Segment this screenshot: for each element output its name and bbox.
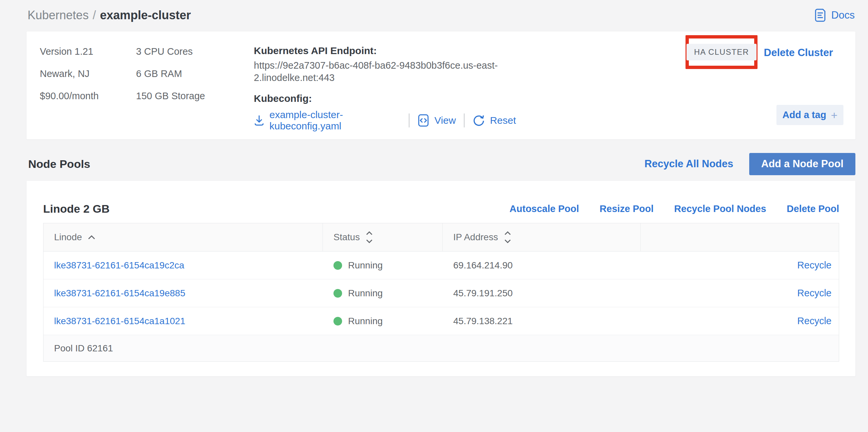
separator xyxy=(464,114,465,127)
node-pools-header-actions: Recycle All Nodes Add a Node Pool xyxy=(644,153,856,175)
kubeconfig-download-link[interactable]: example-cluster-kubeconfig.yaml xyxy=(254,109,401,132)
kubeconfig-reset-label: Reset xyxy=(490,115,516,126)
node-link[interactable]: lke38731-62161-6154ca19c2ca xyxy=(43,251,323,279)
cluster-price: $90.00/month xyxy=(40,91,98,101)
recycle-node-button[interactable]: Recycle xyxy=(797,260,832,271)
node-ip: 45.79.191.250 xyxy=(443,279,641,307)
node-status-cell: Running xyxy=(323,251,443,279)
table-row: lke38731-62161-6154ca1a1021 Running 45.7… xyxy=(43,307,839,335)
docs-link[interactable]: Docs xyxy=(814,8,855,22)
cluster-version: Version 1.21 xyxy=(40,47,98,56)
annotation-highlight-box: HA CLUSTER xyxy=(685,35,757,69)
status-label: Running xyxy=(348,316,382,327)
kubeconfig-filename: example-cluster-kubeconfig.yaml xyxy=(270,109,401,132)
reset-icon xyxy=(472,114,485,127)
kubeconfig-view-link[interactable]: View xyxy=(417,114,456,127)
download-icon xyxy=(254,115,265,126)
breadcrumb-separator: / xyxy=(93,8,96,22)
column-header-actions xyxy=(641,223,839,251)
node-action-cell: Recycle xyxy=(641,307,839,335)
status-label: Running xyxy=(348,288,382,299)
nodes-table: Linode Status xyxy=(43,223,839,362)
recycle-pool-nodes-button[interactable]: Recycle Pool Nodes xyxy=(674,204,766,214)
table-header-row: Linode Status xyxy=(43,223,839,251)
node-ip: 45.79.138.221 xyxy=(443,307,641,335)
plus-icon: + xyxy=(831,110,837,120)
kubeconfig-label: Kubeconfig: xyxy=(254,93,516,104)
docs-label: Docs xyxy=(831,9,855,21)
node-pools-header: Node Pools Recycle All Nodes Add a Node … xyxy=(27,152,856,176)
code-icon xyxy=(417,114,429,127)
api-endpoint-url: https://9e2a7307-b6ac-408f-ba62-9483b0b3… xyxy=(254,59,501,84)
node-link[interactable]: lke38731-62161-6154ca1a1021 xyxy=(43,307,323,335)
delete-cluster-button[interactable]: Delete Cluster xyxy=(764,47,833,59)
cluster-specs-right: 3 CPU Cores 6 GB RAM 150 GB Storage xyxy=(136,47,205,101)
ha-cluster-badge: HA CLUSTER xyxy=(686,44,757,60)
breadcrumb-cluster-name: example-cluster xyxy=(100,8,191,22)
node-ip: 69.164.214.90 xyxy=(443,251,641,279)
recycle-all-nodes-button[interactable]: Recycle All Nodes xyxy=(644,158,733,170)
kubeconfig-reset-link[interactable]: Reset xyxy=(472,114,516,127)
lke-cluster-detail-page: Kubernetes / example-cluster Docs Versio… xyxy=(0,0,868,432)
column-header-linode-label: Linode xyxy=(54,232,82,243)
recycle-node-button[interactable]: Recycle xyxy=(797,288,832,299)
separator xyxy=(409,114,409,127)
add-tag-button[interactable]: Add a tag + xyxy=(776,105,843,125)
pool-actions: Autoscale Pool Resize Pool Recycle Pool … xyxy=(510,204,839,214)
resize-pool-button[interactable]: Resize Pool xyxy=(599,204,654,214)
autoscale-pool-button[interactable]: Autoscale Pool xyxy=(510,204,579,214)
node-status-cell: Running xyxy=(323,307,443,335)
pool-card-header: Linode 2 GB Autoscale Pool Resize Pool R… xyxy=(27,181,856,223)
cluster-storage: 150 GB Storage xyxy=(136,91,205,101)
node-link[interactable]: lke38731-62161-6154ca19e885 xyxy=(43,279,323,307)
node-pool-card: Linode 2 GB Autoscale Pool Resize Pool R… xyxy=(27,181,856,376)
table-row: lke38731-62161-6154ca19c2ca Running 69.1… xyxy=(43,251,839,279)
node-status-cell: Running xyxy=(323,279,443,307)
status-label: Running xyxy=(348,260,382,271)
pool-id-footer: Pool ID 62161 xyxy=(43,335,839,361)
endpoint-kubeconfig-column: Kubernetes API Endpoint: https://9e2a730… xyxy=(254,45,516,132)
table-row: lke38731-62161-6154ca19e885 Running 45.7… xyxy=(43,279,839,307)
node-action-cell: Recycle xyxy=(641,251,839,279)
cluster-cpu: 3 CPU Cores xyxy=(136,47,205,56)
sort-ascending-icon xyxy=(87,235,96,240)
status-running-icon xyxy=(334,317,342,326)
status-running-icon xyxy=(334,261,342,270)
sort-both-icon xyxy=(365,230,374,244)
column-header-status-label: Status xyxy=(334,232,360,243)
cluster-region: Newark, NJ xyxy=(40,69,98,79)
node-pools-title: Node Pools xyxy=(27,158,90,171)
delete-pool-button[interactable]: Delete Pool xyxy=(787,204,839,214)
column-header-status[interactable]: Status xyxy=(323,223,443,251)
add-node-pool-button[interactable]: Add a Node Pool xyxy=(749,153,856,175)
top-bar: Kubernetes / example-cluster Docs xyxy=(0,0,868,26)
recycle-node-button[interactable]: Recycle xyxy=(797,315,832,327)
cluster-ram: 6 GB RAM xyxy=(136,69,205,79)
column-header-ip-address[interactable]: IP Address xyxy=(443,223,641,251)
sort-both-icon xyxy=(503,230,512,244)
cluster-specs-left: Version 1.21 Newark, NJ $90.00/month xyxy=(40,47,98,101)
kubeconfig-view-label: View xyxy=(434,115,456,126)
api-endpoint-label: Kubernetes API Endpoint: xyxy=(254,45,516,57)
breadcrumb: Kubernetes / example-cluster xyxy=(28,8,191,22)
kubeconfig-actions: example-cluster-kubeconfig.yaml View xyxy=(254,109,516,132)
column-header-linode[interactable]: Linode xyxy=(43,223,323,251)
node-action-cell: Recycle xyxy=(641,279,839,307)
breadcrumb-kubernetes-link[interactable]: Kubernetes xyxy=(28,8,89,22)
cluster-summary-panel: Version 1.21 Newark, NJ $90.00/month 3 C… xyxy=(27,32,856,140)
docs-icon xyxy=(814,8,827,22)
column-header-ip-label: IP Address xyxy=(453,232,498,243)
add-tag-label: Add a tag xyxy=(782,110,826,120)
pool-name: Linode 2 GB xyxy=(43,203,110,215)
status-running-icon xyxy=(334,289,342,298)
